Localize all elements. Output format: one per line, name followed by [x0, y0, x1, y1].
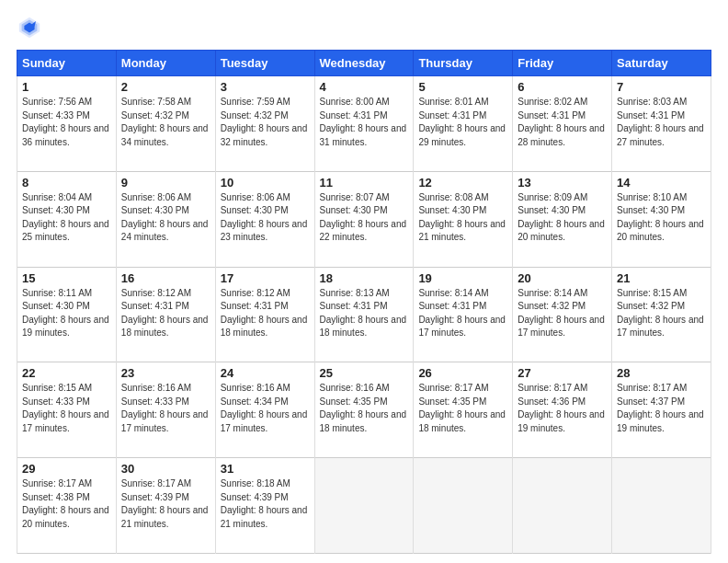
day-cell: 22 Sunrise: 8:15 AMSunset: 4:33 PMDaylig…: [17, 362, 117, 458]
day-cell: [314, 458, 414, 554]
day-cell: 26 Sunrise: 8:17 AMSunset: 4:35 PMDaylig…: [414, 362, 513, 458]
day-number: 3: [221, 80, 310, 94]
day-number: 25: [320, 366, 409, 380]
day-cell: [612, 458, 711, 554]
day-cell: 9 Sunrise: 8:06 AMSunset: 4:30 PMDayligh…: [116, 171, 215, 267]
day-number: 4: [320, 80, 409, 94]
day-number: 31: [221, 462, 310, 476]
day-cell: 7 Sunrise: 8:03 AMSunset: 4:31 PMDayligh…: [612, 76, 711, 172]
day-cell: 18 Sunrise: 8:13 AMSunset: 4:31 PMDaylig…: [314, 267, 414, 362]
day-info: Sunrise: 8:01 AMSunset: 4:31 PMDaylight:…: [418, 97, 506, 147]
day-cell: 17 Sunrise: 8:12 AMSunset: 4:31 PMDaylig…: [215, 267, 314, 362]
day-info: Sunrise: 8:08 AMSunset: 4:30 PMDaylight:…: [418, 192, 506, 243]
day-number: 1: [22, 80, 111, 94]
day-cell: 23 Sunrise: 8:16 AMSunset: 4:33 PMDaylig…: [116, 362, 215, 458]
day-cell: 14 Sunrise: 8:10 AMSunset: 4:30 PMDaylig…: [612, 171, 711, 267]
day-number: 21: [617, 271, 706, 285]
day-cell: 31 Sunrise: 8:18 AMSunset: 4:39 PMDaylig…: [215, 458, 314, 554]
day-info: Sunrise: 8:17 AMSunset: 4:35 PMDaylight:…: [418, 383, 506, 433]
day-info: Sunrise: 8:12 AMSunset: 4:31 PMDaylight:…: [221, 288, 308, 339]
day-number: 2: [121, 80, 210, 94]
day-cell: 8 Sunrise: 8:04 AMSunset: 4:30 PMDayligh…: [17, 171, 117, 267]
day-number: 26: [418, 366, 507, 380]
day-cell: 21 Sunrise: 8:15 AMSunset: 4:32 PMDaylig…: [612, 267, 711, 362]
day-info: Sunrise: 8:16 AMSunset: 4:34 PMDaylight:…: [221, 383, 308, 433]
week-row-1: 1 Sunrise: 7:56 AMSunset: 4:33 PMDayligh…: [17, 76, 711, 172]
day-cell: 29 Sunrise: 8:17 AMSunset: 4:38 PMDaylig…: [17, 458, 117, 554]
calendar-body: 1 Sunrise: 7:56 AMSunset: 4:33 PMDayligh…: [17, 76, 711, 554]
day-info: Sunrise: 8:11 AMSunset: 4:30 PMDaylight:…: [22, 288, 109, 339]
day-cell: 5 Sunrise: 8:01 AMSunset: 4:31 PMDayligh…: [414, 76, 513, 172]
logo: [17, 15, 46, 40]
day-number: 28: [617, 366, 706, 380]
logo-icon: [17, 15, 42, 40]
calendar-header: SundayMondayTuesdayWednesdayThursdayFrid…: [17, 51, 711, 76]
day-number: 11: [320, 176, 409, 190]
day-info: Sunrise: 8:00 AMSunset: 4:31 PMDaylight:…: [320, 97, 407, 147]
day-info: Sunrise: 8:14 AMSunset: 4:32 PMDaylight:…: [518, 288, 605, 339]
day-info: Sunrise: 8:18 AMSunset: 4:39 PMDaylight:…: [221, 478, 308, 529]
day-info: Sunrise: 7:58 AMSunset: 4:32 PMDaylight:…: [121, 97, 209, 147]
header-cell-monday: Monday: [116, 51, 215, 76]
header-cell-tuesday: Tuesday: [215, 51, 314, 76]
day-cell: 11 Sunrise: 8:07 AMSunset: 4:30 PMDaylig…: [314, 171, 414, 267]
day-number: 13: [518, 176, 607, 190]
day-info: Sunrise: 8:02 AMSunset: 4:31 PMDaylight:…: [518, 97, 605, 147]
day-info: Sunrise: 7:56 AMSunset: 4:33 PMDaylight:…: [22, 97, 109, 147]
day-info: Sunrise: 8:15 AMSunset: 4:32 PMDaylight:…: [617, 288, 704, 339]
day-info: Sunrise: 7:59 AMSunset: 4:32 PMDaylight:…: [221, 97, 308, 147]
day-cell: 25 Sunrise: 8:16 AMSunset: 4:35 PMDaylig…: [314, 362, 414, 458]
day-number: 10: [221, 176, 310, 190]
day-number: 6: [518, 80, 607, 94]
day-number: 20: [518, 271, 607, 285]
week-row-2: 8 Sunrise: 8:04 AMSunset: 4:30 PMDayligh…: [17, 171, 711, 267]
day-info: Sunrise: 8:15 AMSunset: 4:33 PMDaylight:…: [22, 383, 109, 433]
day-cell: [513, 458, 612, 554]
day-number: 30: [121, 462, 210, 476]
calendar: SundayMondayTuesdayWednesdayThursdayFrid…: [17, 50, 711, 554]
day-cell: 27 Sunrise: 8:17 AMSunset: 4:36 PMDaylig…: [513, 362, 612, 458]
day-cell: 4 Sunrise: 8:00 AMSunset: 4:31 PMDayligh…: [314, 76, 414, 172]
day-cell: 24 Sunrise: 8:16 AMSunset: 4:34 PMDaylig…: [215, 362, 314, 458]
day-number: 23: [121, 366, 210, 380]
day-cell: 6 Sunrise: 8:02 AMSunset: 4:31 PMDayligh…: [513, 76, 612, 172]
day-info: Sunrise: 8:13 AMSunset: 4:31 PMDaylight:…: [320, 288, 407, 339]
day-cell: 16 Sunrise: 8:12 AMSunset: 4:31 PMDaylig…: [116, 267, 215, 362]
day-info: Sunrise: 8:07 AMSunset: 4:30 PMDaylight:…: [320, 192, 407, 243]
day-info: Sunrise: 8:17 AMSunset: 4:38 PMDaylight:…: [22, 478, 109, 529]
day-info: Sunrise: 8:04 AMSunset: 4:30 PMDaylight:…: [22, 192, 109, 243]
day-info: Sunrise: 8:03 AMSunset: 4:31 PMDaylight:…: [617, 97, 704, 147]
day-number: 9: [121, 176, 210, 190]
day-cell: 30 Sunrise: 8:17 AMSunset: 4:39 PMDaylig…: [116, 458, 215, 554]
day-cell: 12 Sunrise: 8:08 AMSunset: 4:30 PMDaylig…: [414, 171, 513, 267]
day-number: 15: [22, 271, 111, 285]
day-cell: 3 Sunrise: 7:59 AMSunset: 4:32 PMDayligh…: [215, 76, 314, 172]
day-number: 19: [418, 271, 507, 285]
day-info: Sunrise: 8:06 AMSunset: 4:30 PMDaylight:…: [221, 192, 308, 243]
week-row-5: 29 Sunrise: 8:17 AMSunset: 4:38 PMDaylig…: [17, 458, 711, 554]
day-info: Sunrise: 8:17 AMSunset: 4:39 PMDaylight:…: [121, 478, 209, 529]
day-cell: 15 Sunrise: 8:11 AMSunset: 4:30 PMDaylig…: [17, 267, 117, 362]
header-cell-sunday: Sunday: [17, 51, 117, 76]
day-info: Sunrise: 8:17 AMSunset: 4:37 PMDaylight:…: [617, 383, 704, 433]
header-cell-wednesday: Wednesday: [314, 51, 414, 76]
day-info: Sunrise: 8:09 AMSunset: 4:30 PMDaylight:…: [518, 192, 605, 243]
day-number: 8: [22, 176, 111, 190]
day-number: 29: [22, 462, 111, 476]
page: SundayMondayTuesdayWednesdayThursdayFrid…: [0, 0, 728, 563]
day-cell: 13 Sunrise: 8:09 AMSunset: 4:30 PMDaylig…: [513, 171, 612, 267]
day-cell: 1 Sunrise: 7:56 AMSunset: 4:33 PMDayligh…: [17, 76, 117, 172]
day-cell: 28 Sunrise: 8:17 AMSunset: 4:37 PMDaylig…: [612, 362, 711, 458]
header-cell-friday: Friday: [513, 51, 612, 76]
day-number: 27: [518, 366, 607, 380]
day-number: 16: [121, 271, 210, 285]
day-number: 22: [22, 366, 111, 380]
day-cell: 2 Sunrise: 7:58 AMSunset: 4:32 PMDayligh…: [116, 76, 215, 172]
week-row-4: 22 Sunrise: 8:15 AMSunset: 4:33 PMDaylig…: [17, 362, 711, 458]
day-info: Sunrise: 8:12 AMSunset: 4:31 PMDaylight:…: [121, 288, 209, 339]
header: [17, 15, 711, 40]
calendar-table: SundayMondayTuesdayWednesdayThursdayFrid…: [17, 50, 711, 554]
header-cell-saturday: Saturday: [612, 51, 711, 76]
day-info: Sunrise: 8:16 AMSunset: 4:33 PMDaylight:…: [121, 383, 209, 433]
week-row-3: 15 Sunrise: 8:11 AMSunset: 4:30 PMDaylig…: [17, 267, 711, 362]
